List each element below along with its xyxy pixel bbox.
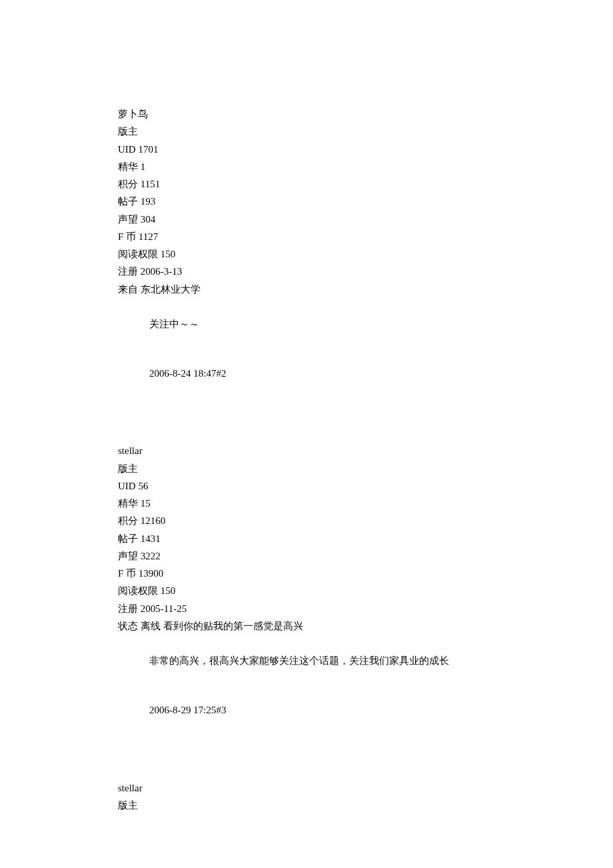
field-value: 150	[161, 249, 176, 259]
field-label: 帖子	[118, 196, 138, 207]
field-label: 精华	[118, 161, 138, 172]
post-meta: 2006-8-29 17:25#3	[118, 701, 613, 719]
field-row: 声望 3222	[118, 547, 613, 565]
field-row: F 币 13900	[118, 565, 613, 582]
field-row: 来自 东北林业大学	[118, 281, 613, 298]
username: 萝卜鸟	[118, 105, 613, 123]
field-row: 注册 2005-11-25	[118, 600, 613, 617]
field-value: 12160	[141, 515, 166, 526]
field-row: 精华 15	[118, 495, 613, 512]
field-value: 1151	[141, 179, 160, 189]
field-value: 1431	[141, 533, 161, 544]
field-label: 积分	[118, 515, 138, 526]
field-label: 注册	[118, 603, 138, 614]
reply-title: 看到你的贴我的第一感觉是高兴	[163, 621, 303, 631]
field-label: 声望	[118, 214, 138, 225]
forum-post: stellar 版主	[118, 779, 613, 815]
status-row: 状态 离线 看到你的贴我的第一感觉是高兴	[118, 617, 613, 635]
field-row: 帖子 1431	[118, 530, 613, 547]
field-label: 阅读权限	[118, 585, 158, 596]
field-row: F 币 1127	[118, 228, 613, 245]
status-label: 状态	[118, 621, 138, 631]
field-row: 积分 12160	[118, 512, 613, 529]
field-label: 来自	[118, 284, 138, 295]
user-role: 版主	[118, 460, 613, 477]
field-row: 帖子 193	[118, 193, 613, 210]
field-value: 15	[141, 498, 151, 509]
field-row: 阅读权限 150	[118, 582, 613, 599]
field-label: UID	[118, 481, 136, 491]
status-value: 离线	[141, 621, 161, 631]
field-label: 阅读权限	[118, 249, 158, 259]
field-label: F 币	[118, 231, 136, 242]
field-value: 1	[141, 161, 146, 172]
field-value: 2005-11-25	[141, 603, 187, 614]
post-timestamp: 2006-8-29 17:25	[149, 705, 216, 715]
field-row: 阅读权限 150	[118, 245, 613, 263]
document-page: 萝卜鸟 版主 UID 1701 精华 1 积分 1151 帖子 193 声望 3…	[0, 0, 613, 868]
field-label: UID	[118, 144, 136, 155]
field-value: 1701	[138, 144, 158, 155]
post-timestamp: 2006-8-24 18:47	[149, 368, 216, 379]
field-row: 注册 2006-3-13	[118, 263, 613, 280]
field-value: 56	[138, 481, 148, 491]
forum-post: stellar 版主 UID 56 精华 15 积分 12160 帖子 1431…	[118, 442, 613, 719]
field-label: 精华	[118, 498, 138, 509]
field-label: 积分	[118, 179, 138, 189]
field-row: 积分 1151	[118, 175, 613, 193]
field-value: 1127	[139, 231, 158, 242]
field-value: 3222	[141, 551, 161, 561]
post-floor: #3	[216, 705, 226, 715]
field-value: 东北林业大学	[141, 284, 201, 295]
field-row: 精华 1	[118, 158, 613, 175]
post-flovar: #2	[216, 368, 226, 379]
field-value: 304	[141, 214, 156, 225]
forum-post: 萝卜鸟 版主 UID 1701 精华 1 积分 1151 帖子 193 声望 3…	[118, 105, 613, 382]
field-row: UID 56	[118, 477, 613, 495]
field-label: 帖子	[118, 533, 138, 544]
field-value: 13900	[139, 568, 164, 579]
field-value: 150	[161, 585, 176, 596]
field-label: 声望	[118, 551, 138, 561]
user-role: 版主	[118, 797, 613, 814]
username: stellar	[118, 442, 613, 459]
field-value: 193	[141, 196, 156, 207]
username: stellar	[118, 779, 613, 797]
field-row: UID 1701	[118, 141, 613, 158]
field-label: F 币	[118, 568, 136, 579]
post-meta: 2006-8-24 18:47#2	[118, 365, 613, 382]
post-content: 非常的高兴，很高兴大家能够关注这个话题，关注我们家具业的成长	[118, 652, 613, 669]
user-role: 版主	[118, 123, 613, 140]
field-value: 2006-3-13	[141, 266, 183, 277]
field-row: 声望 304	[118, 211, 613, 228]
field-label: 注册	[118, 266, 138, 277]
post-content: 关注中～～	[118, 315, 613, 333]
